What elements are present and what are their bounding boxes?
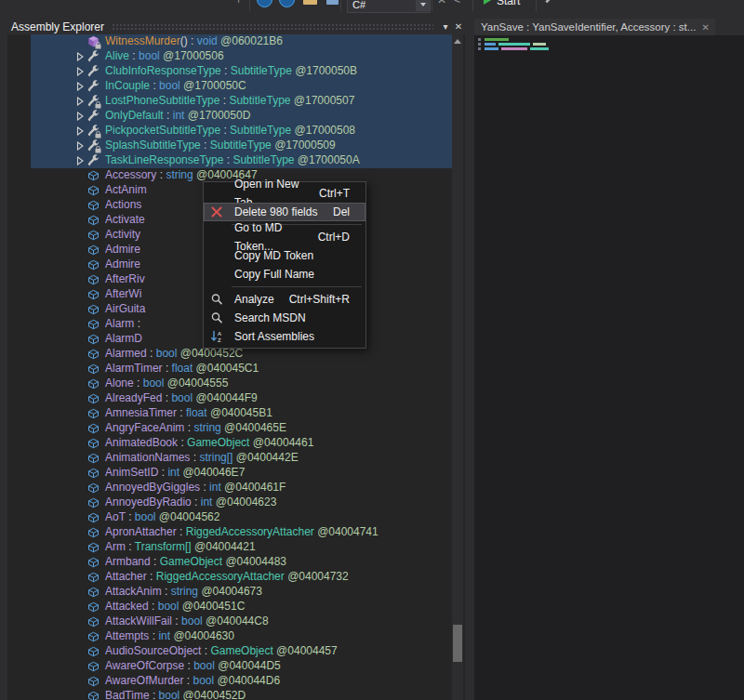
tree-item-annoyedbygiggles[interactable]: AnnoyedByGiggles : int @0400461F — [7, 481, 465, 495]
tree-item-audiosourceobject[interactable]: AudioSourceObject : GameObject @04004457 — [7, 644, 465, 659]
tree-item-alone[interactable]: Alone : bool @04004555 — [7, 376, 465, 391]
expander-collapsed-icon[interactable] — [76, 67, 85, 76]
menu-item-shortcut: Ctrl+D — [318, 228, 350, 246]
forward-icon[interactable] — [279, 0, 295, 7]
open-folder-icon[interactable] — [303, 0, 317, 5]
panel-close-icon[interactable]: ✕ — [452, 21, 465, 32]
tree-item-alive[interactable]: Alive : bool @17000506 — [7, 49, 465, 64]
menu-item-open-in-new-tab[interactable]: Open in New TabCtrl+T — [204, 184, 365, 203]
expander-collapsed-icon[interactable] — [76, 126, 85, 136]
tree-item-label: SplashSubtitleType : SubtitleType @17000… — [105, 139, 336, 153]
tree-item-clubinforesponsetype[interactable]: ClubInfoResponseType : SubtitleType @170… — [7, 64, 465, 79]
tree-item-onlydefault[interactable]: OnlyDefault : int @1700050D — [7, 109, 465, 124]
menu-item-search-msdn[interactable]: Search MSDN — [204, 309, 365, 327]
tree-item-animatedbook[interactable]: AnimatedBook : GameObject @04004461 — [7, 436, 465, 451]
tree-item-alarmtimer[interactable]: AlarmTimer : float @040045C1 — [7, 362, 465, 376]
tree-item-awareofmurder[interactable]: AwareOfMurder : bool @040044D6 — [7, 674, 465, 689]
field-icon — [86, 586, 100, 599]
language-value: C# — [348, 0, 416, 10]
property-wrench-icon — [86, 65, 100, 78]
field-icon — [86, 333, 100, 346]
tree-item-tasklineresponsetype[interactable]: TaskLineResponseType : SubtitleType @170… — [7, 153, 465, 168]
tree-item-animationnames[interactable]: AnimationNames : string[] @0400442E — [7, 451, 465, 466]
tree-item-attacher[interactable]: Attacher : RiggedAccessoryAttacher @0400… — [7, 570, 465, 585]
field-icon — [86, 244, 100, 257]
tree-item-pickpocketsubtitletype[interactable]: PickpocketSubtitleType : SubtitleType @1… — [7, 124, 465, 139]
panel-splitter[interactable] — [465, 19, 474, 700]
start-button[interactable]: Start — [497, 0, 520, 7]
svg-text:Z: Z — [218, 337, 221, 343]
field-icon — [86, 467, 100, 480]
toolbar-separator — [249, 0, 250, 11]
menu-item-analyze[interactable]: AnalyzeCtrl+Shift+R — [204, 290, 365, 309]
language-dropdown-button[interactable] — [416, 0, 430, 11]
tree-item-attackanim[interactable]: AttackAnim : string @04004673 — [7, 585, 465, 600]
tree-item-splashsubtitletype[interactable]: SplashSubtitleType : SubtitleType @17000… — [7, 139, 465, 153]
search-icon — [210, 293, 223, 306]
field-icon — [86, 437, 100, 450]
back-icon[interactable] — [257, 0, 272, 7]
panel-drag-texture — [112, 23, 433, 32]
play-icon[interactable] — [484, 0, 493, 5]
tree-scrollbar[interactable] — [452, 34, 463, 700]
dnspy-window: + C# ✕ < Start Assembly Explorer ▾ ✕ Wit… — [0, 0, 744, 700]
menu-item-sort-assemblies[interactable]: AZSort Assemblies — [204, 327, 365, 346]
close-all-icon[interactable]: ✕ — [437, 0, 446, 7]
tree-item-alreadyfed[interactable]: AlreadyFed : bool @040044F9 — [7, 391, 465, 406]
expander-collapsed-icon[interactable] — [76, 141, 85, 151]
tree-item-attacked[interactable]: Attacked : bool @0400451C — [7, 600, 465, 614]
menu-item-copy-md-token[interactable]: Copy MD Token — [204, 246, 365, 265]
language-select[interactable]: C# — [347, 0, 431, 13]
expander-collapsed-icon[interactable] — [76, 112, 85, 121]
tree-item-label: Arm : Transform[] @04004421 — [105, 540, 256, 555]
tree-item-label: ClubInfoResponseType : SubtitleType @170… — [105, 64, 357, 79]
property-wrench-icon — [86, 80, 100, 93]
menu-item-label: Copy Full Name — [234, 265, 365, 284]
tree-item-annoyedbyradio[interactable]: AnnoyedByRadio : int @04004623 — [7, 495, 465, 510]
tree-item-incouple[interactable]: InCouple : bool @1700050C — [7, 79, 465, 94]
window-position-chevron-icon[interactable]: ▾ — [439, 21, 452, 32]
expander-collapsed-icon[interactable] — [76, 52, 85, 61]
tree-item-label: AlarmTimer : float @040045C1 — [105, 362, 259, 376]
tree-item-witnessmurder[interactable]: WitnessMurder() : void @060021B6 — [7, 34, 465, 49]
tree-item-animsetid[interactable]: AnimSetID : int @040046E7 — [7, 466, 465, 481]
tree-item-label: AttackWillFail : bool @040044C8 — [105, 614, 269, 629]
tree-item-arm[interactable]: Arm : Transform[] @04004421 — [7, 540, 465, 555]
expander-collapsed-icon[interactable] — [76, 156, 85, 165]
debug-settings-wrench-icon[interactable] — [543, 0, 557, 7]
property-wrench-icon — [86, 139, 100, 152]
tree-item-label: TaskLineResponseType : SubtitleType @170… — [105, 153, 360, 168]
tree-item-label: Alarm : — [105, 317, 140, 332]
chevron-left-icon[interactable]: < — [454, 0, 460, 7]
tree-item-angryfaceanim[interactable]: AngryFaceAnim : string @0400465E — [7, 421, 465, 436]
menu-item-label: Copy MD Token — [234, 246, 365, 265]
field-icon — [86, 318, 100, 331]
tree-item-badtime[interactable]: BadTime : bool @0400452D — [7, 689, 465, 700]
menu-item-go-to-md-token[interactable]: Go to MD Token...Ctrl+D — [204, 228, 365, 246]
expander-collapsed-icon[interactable] — [76, 97, 85, 106]
tree-item-armband[interactable]: Armband : GameObject @04004483 — [7, 555, 465, 570]
tree-item-lostphonesubtitletype[interactable]: LostPhoneSubtitleType : SubtitleType @17… — [7, 94, 465, 109]
tab-close-icon[interactable]: ✕ — [702, 22, 710, 33]
tree-item-alarmed[interactable]: Alarmed : bool @0400452C — [7, 347, 465, 362]
tree-item-amnesiatimer[interactable]: AmnesiaTimer : float @040045B1 — [7, 406, 465, 421]
menu-item-shortcut: Ctrl+Shift+R — [289, 290, 350, 309]
scroll-up-icon[interactable] — [453, 38, 462, 45]
save-icon[interactable] — [326, 0, 339, 5]
tree-item-awareofcorpse[interactable]: AwareOfCorpse : bool @040044D5 — [7, 659, 465, 674]
tree-item-aot[interactable]: AoT : bool @04004562 — [7, 510, 465, 525]
tree-item-apronattacher[interactable]: ApronAttacher : RiggedAccessoryAttacher … — [7, 525, 465, 540]
tree-item-label: ApronAttacher : RiggedAccessoryAttacher … — [105, 525, 379, 540]
scrollbar-thumb[interactable] — [453, 625, 462, 662]
tree-item-attackwillfail[interactable]: AttackWillFail : bool @040044C8 — [7, 614, 465, 629]
tree-item-label: AnnoyedByGiggles : int @0400461F — [105, 481, 286, 495]
assembly-explorer-header[interactable]: Assembly Explorer ▾ ✕ — [7, 19, 465, 34]
code-view[interactable] — [474, 35, 744, 700]
menu-item-copy-full-name[interactable]: Copy Full Name — [204, 265, 365, 284]
tree-item-attempts[interactable]: Attempts : int @04004630 — [7, 629, 465, 644]
field-icon — [86, 169, 100, 182]
add-icon[interactable]: + — [235, 0, 242, 7]
tree-item-label: Admire — [105, 243, 140, 258]
expander-collapsed-icon[interactable] — [76, 82, 85, 91]
document-tab[interactable]: YanSave : YanSaveIdentifier, Accessory :… — [474, 19, 715, 35]
